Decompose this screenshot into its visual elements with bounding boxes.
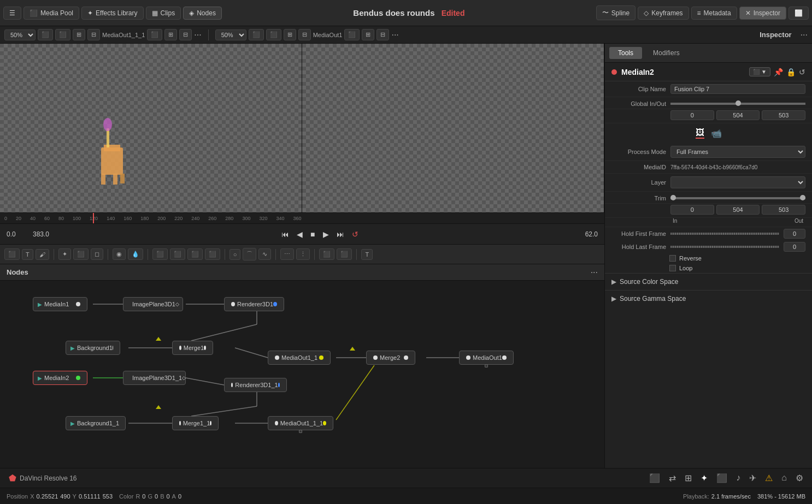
step-back-button[interactable]: ◀: [294, 229, 305, 240]
hold-last-slider[interactable]: [670, 246, 779, 248]
stop-button[interactable]: ■: [308, 229, 317, 240]
media-pool-button[interactable]: ⬛ Media Pool: [23, 7, 79, 20]
left-viewer-btn3[interactable]: ⊞: [73, 29, 85, 40]
node-lock-btn[interactable]: 🔒: [786, 67, 796, 76]
inspector-more-btn[interactable]: ···: [801, 30, 808, 40]
dock-icon-fusion[interactable]: ✦: [701, 473, 708, 483]
node-renderer3d1-1[interactable]: Renderer3D1_1: [224, 378, 287, 392]
loop-checkbox[interactable]: [669, 265, 676, 271]
left-viewer-btn5[interactable]: ⬛: [147, 29, 162, 40]
node-merge1-1[interactable]: Merge1_1: [172, 416, 219, 430]
dock-icon-color[interactable]: ⬛: [716, 473, 727, 483]
node-tool-drop[interactable]: 💧: [128, 248, 143, 260]
node-tool-merge[interactable]: ⬛: [152, 248, 168, 260]
hold-first-slider[interactable]: [670, 233, 779, 235]
node-tool-mask[interactable]: ⬛: [73, 248, 89, 260]
left-viewer-btn6[interactable]: ⊞: [164, 29, 177, 40]
image-type-btn[interactable]: 🖼: [696, 128, 704, 139]
right-viewer-btn3[interactable]: ⊞: [284, 29, 296, 40]
record-button[interactable]: ↺: [349, 229, 361, 240]
nodes-canvas[interactable]: ▶ MediaIn1 ImagePlane3D1 ◇ Renderer3D1 ▶…: [0, 281, 604, 488]
reverse-checkbox[interactable]: [669, 255, 676, 262]
node-tool-render[interactable]: ⬛: [319, 248, 334, 260]
right-viewer-btn6[interactable]: ⊞: [362, 29, 374, 40]
trim-thumb-right[interactable]: [800, 195, 805, 200]
left-viewer[interactable]: [0, 44, 302, 212]
right-viewer-mode-btn[interactable]: ⬛: [249, 29, 264, 40]
trim-thumb-left[interactable]: [670, 195, 676, 200]
dock-icon-cut[interactable]: ⇄: [669, 473, 676, 483]
go-to-end-button[interactable]: ⏭: [334, 229, 347, 240]
node-tool-fx1[interactable]: ⋯: [280, 248, 294, 260]
node-tool-io[interactable]: ⬛: [205, 248, 220, 260]
node-tool-transform[interactable]: ⬛: [170, 248, 185, 260]
source-gamma-space-section[interactable]: ▶ Source Gamma Space: [605, 290, 812, 307]
left-viewer-mode-btn[interactable]: ⬛: [38, 29, 53, 40]
dock-icon-deliver[interactable]: ✈: [749, 473, 756, 483]
trim-out-val[interactable]: 503: [762, 205, 805, 215]
dock-icon-warning[interactable]: ⚠: [765, 473, 773, 483]
node-tool-wave[interactable]: ∿: [258, 248, 271, 260]
right-viewer-btn7[interactable]: ⊟: [376, 29, 389, 40]
dock-icon-import[interactable]: ⬛: [649, 473, 660, 483]
node-tool-shape[interactable]: ◻: [91, 248, 103, 260]
right-zoom-select[interactable]: 50%: [215, 29, 246, 40]
play-button[interactable]: ▶: [320, 229, 332, 240]
menu-button[interactable]: ☰: [3, 7, 21, 20]
node-tool-fx2[interactable]: ⋮: [296, 248, 310, 260]
node-background1-1[interactable]: ▶ Background1_1: [66, 416, 126, 430]
trim-slider[interactable]: [670, 194, 805, 202]
node-mediaout1-1[interactable]: MediaOut1_1: [268, 351, 331, 365]
node-imageplane3d1[interactable]: ImagePlane3D1 ◇: [123, 297, 183, 311]
hold-last-val[interactable]: 0: [784, 242, 805, 252]
node-tool-paint[interactable]: 🖌: [36, 249, 49, 260]
node-tool-3d[interactable]: ⬛: [187, 248, 203, 260]
node-merge2[interactable]: Merge2: [366, 351, 415, 365]
left-zoom-select[interactable]: 50%: [4, 29, 36, 40]
tab-modifiers[interactable]: Modifiers: [644, 47, 689, 59]
effects-library-button[interactable]: ✦ Effects Library: [81, 7, 143, 20]
go-to-start-button[interactable]: ⏮: [279, 229, 292, 240]
timeline-playhead[interactable]: [93, 213, 94, 223]
hold-first-val[interactable]: 0: [784, 229, 805, 239]
dock-icon-settings[interactable]: ⚙: [796, 473, 803, 483]
left-viewer-more[interactable]: ···: [194, 30, 201, 40]
metadata-button[interactable]: ≡ Metadata: [691, 7, 737, 20]
dock-icon-fairlight[interactable]: ♪: [736, 473, 740, 483]
node-mediaout1[interactable]: MediaOut1: [459, 351, 514, 365]
global-inout-thumb-left[interactable]: [735, 100, 741, 106]
spline-button[interactable]: 〜 Spline: [596, 5, 636, 20]
node-background1[interactable]: ▶ Background1: [66, 341, 120, 355]
source-color-space-section[interactable]: ▶ Source Color Space: [605, 273, 812, 290]
video-type-btn[interactable]: 📹: [711, 128, 722, 139]
right-viewer-btn2[interactable]: ⬛: [266, 29, 281, 40]
node-mediain1[interactable]: ▶ MediaIn1: [33, 297, 87, 311]
left-viewer-btn4[interactable]: ⊟: [87, 29, 100, 40]
node-tool-effect[interactable]: ⬛: [337, 248, 352, 260]
node-color-btn[interactable]: ⬛ ▼: [749, 67, 770, 76]
global-out-val[interactable]: 503: [762, 110, 805, 120]
keyframes-button[interactable]: ◇ Keyframes: [638, 7, 689, 20]
global-inout-slider[interactable]: [670, 100, 805, 108]
node-reset-btn[interactable]: ↺: [799, 67, 805, 76]
tab-tools[interactable]: Tools: [609, 47, 642, 59]
node-imageplane3d1-1[interactable]: ImagePlane3D1_1 ◇: [123, 371, 186, 385]
node-tool-select[interactable]: ⬛: [4, 248, 20, 260]
trim-in-val[interactable]: 0: [670, 205, 714, 215]
layer-select[interactable]: [670, 176, 805, 188]
left-viewer-btn2[interactable]: ⬛: [55, 29, 70, 40]
node-tool-type[interactable]: T: [361, 249, 373, 260]
inspector-button[interactable]: ✕ Inspector: [739, 7, 786, 20]
clip-name-input[interactable]: [670, 84, 805, 94]
right-viewer-more[interactable]: ···: [391, 30, 398, 40]
node-tool-path[interactable]: ⌒: [243, 248, 256, 260]
right-viewer-btn5[interactable]: ⬛: [344, 29, 360, 40]
node-merge1[interactable]: Merge1: [172, 341, 213, 355]
node-tool-particles[interactable]: ✦: [58, 248, 71, 260]
nodes-button[interactable]: ◈ Nodes: [183, 7, 222, 20]
node-tool-color[interactable]: ◉: [113, 248, 126, 260]
node-tool-circle[interactable]: ○: [230, 249, 241, 260]
right-viewer[interactable]: [302, 44, 604, 212]
right-viewer-btn4[interactable]: ⊟: [298, 29, 311, 40]
dock-icon-edit[interactable]: ⊞: [685, 473, 692, 483]
